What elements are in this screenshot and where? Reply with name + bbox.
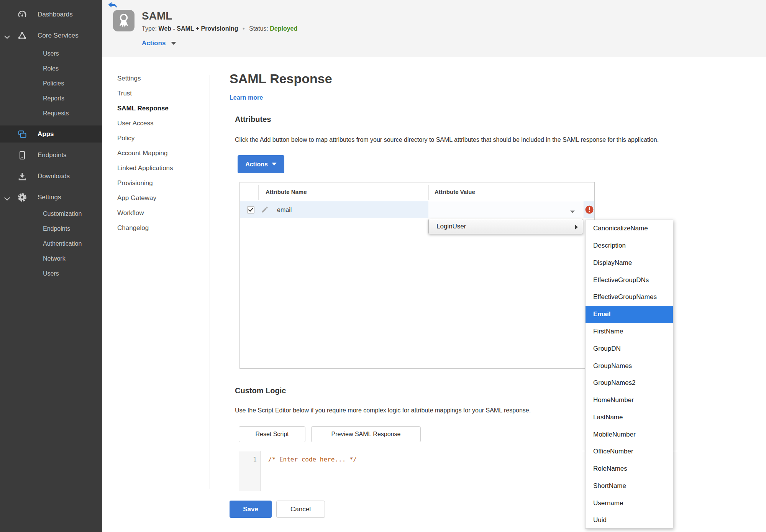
attributes-table: Attribute Name Attribute Value email bbox=[239, 182, 595, 369]
custom-logic-description: Use the Script Editor below if you requi… bbox=[235, 407, 531, 414]
menu-item-rolenames[interactable]: RoleNames bbox=[586, 460, 673, 478]
tab-settings[interactable]: Settings bbox=[117, 71, 205, 86]
type-value: Web - SAML + Provisioning bbox=[159, 25, 238, 32]
tab-trust[interactable]: Trust bbox=[117, 86, 205, 101]
tab-saml-response[interactable]: SAML Response bbox=[117, 101, 205, 116]
sidebar-item-label: Endpoints bbox=[38, 151, 67, 159]
attribute-name-cell: email bbox=[277, 201, 292, 218]
device-icon bbox=[17, 150, 27, 160]
type-label: Type: bbox=[142, 25, 157, 32]
tab-policy[interactable]: Policy bbox=[117, 131, 205, 146]
edit-pencil-icon[interactable] bbox=[261, 207, 268, 215]
header-actions-menu[interactable]: Actions bbox=[142, 39, 177, 47]
app-meta: Type: Web - SAML + Provisioning • Status… bbox=[142, 25, 297, 32]
menu-item-uuid[interactable]: Uuid bbox=[586, 512, 673, 529]
app-header: SAML Type: Web - SAML + Provisioning • S… bbox=[102, 0, 766, 57]
sidebar-item-settings[interactable]: Settings bbox=[0, 190, 102, 205]
sidebar-item-label: Settings bbox=[38, 194, 61, 201]
saml-app-icon bbox=[113, 10, 135, 31]
sidebar-item-users[interactable]: Users bbox=[0, 46, 102, 61]
menu-item-lastname[interactable]: LastName bbox=[586, 409, 673, 426]
sidebar-item-requests[interactable]: Requests bbox=[0, 106, 102, 121]
menu-item-groupnames[interactable]: GroupNames bbox=[586, 357, 673, 374]
download-icon bbox=[17, 171, 27, 181]
menu-item-homenumber[interactable]: HomeNumber bbox=[586, 392, 673, 409]
core-services-icon bbox=[17, 31, 27, 41]
column-header-attribute-name: Attribute Name bbox=[266, 182, 307, 201]
caret-down-icon bbox=[171, 41, 177, 45]
menu-item-officenumber[interactable]: OfficeNumber bbox=[586, 443, 673, 460]
back-arrow-icon[interactable] bbox=[108, 2, 118, 8]
sidebar-item-authentication[interactable]: Authentication bbox=[0, 236, 102, 251]
caret-down-icon bbox=[570, 208, 575, 215]
error-icon bbox=[585, 205, 594, 214]
menu-item-groupdn[interactable]: GroupDN bbox=[586, 340, 673, 357]
sidebar-item-settings-endpoints[interactable]: Endpoints bbox=[0, 222, 102, 236]
sidebar-item-label: Dashboards bbox=[38, 11, 73, 18]
apps-icon bbox=[17, 129, 27, 139]
row-checkbox[interactable] bbox=[247, 206, 254, 213]
save-button[interactable]: Save bbox=[230, 501, 272, 518]
menu-item-username[interactable]: Username bbox=[586, 494, 673, 512]
sidebar-item-roles[interactable]: Roles bbox=[0, 61, 102, 76]
menu-item-mobilenumber[interactable]: MobileNumber bbox=[586, 426, 673, 443]
sidebar-item-policies[interactable]: Policies bbox=[0, 76, 102, 91]
sidebar: Dashboards Core Services Users Roles Pol… bbox=[0, 0, 102, 532]
learn-more-link[interactable]: Learn more bbox=[230, 94, 263, 101]
tab-account-mapping[interactable]: Account Mapping bbox=[117, 146, 205, 161]
tab-provisioning[interactable]: Provisioning bbox=[117, 176, 205, 190]
column-divider bbox=[428, 185, 429, 200]
page-title: SAML bbox=[142, 10, 172, 22]
sidebar-item-label: Apps bbox=[38, 130, 54, 138]
sidebar-item-dashboards[interactable]: Dashboards bbox=[0, 7, 102, 22]
attribute-value-submenu: CanonicalizeName Description DisplayName… bbox=[585, 220, 673, 529]
tab-linked-applications[interactable]: Linked Applications bbox=[117, 161, 205, 176]
chevron-down-icon[interactable] bbox=[4, 195, 10, 202]
attribute-value-combobox[interactable] bbox=[428, 201, 584, 218]
attributes-actions-button[interactable]: Actions bbox=[238, 155, 284, 173]
preview-saml-response-button[interactable]: Preview SAML Response bbox=[311, 426, 421, 442]
sidebar-item-network[interactable]: Network bbox=[0, 251, 102, 266]
status-label: Status: bbox=[249, 25, 268, 32]
sidebar-item-core-services[interactable]: Core Services bbox=[0, 28, 102, 43]
editor-code[interactable]: /* Enter code here... */ bbox=[268, 456, 357, 463]
menu-item-shortname[interactable]: ShortName bbox=[586, 477, 673, 494]
menu-item-displayname[interactable]: DisplayName bbox=[586, 255, 673, 272]
menu-item-email[interactable]: Email bbox=[586, 306, 673, 323]
tab-workflow[interactable]: Workflow bbox=[117, 205, 205, 220]
sidebar-item-label: Downloads bbox=[38, 172, 70, 180]
attributes-description: Click the Add button below to map attrib… bbox=[235, 136, 659, 143]
cancel-button[interactable]: Cancel bbox=[276, 501, 325, 518]
menu-item-groupnames2[interactable]: GroupNames2 bbox=[586, 374, 673, 392]
column-header-attribute-value: Attribute Value bbox=[435, 182, 475, 201]
line-number: 1 bbox=[253, 456, 257, 463]
section-title: SAML Response bbox=[230, 71, 332, 86]
sidebar-item-endpoints[interactable]: Endpoints bbox=[0, 148, 102, 163]
gear-icon bbox=[17, 192, 27, 202]
reset-script-button[interactable]: Reset Script bbox=[239, 426, 305, 442]
checkmark-icon bbox=[248, 208, 253, 212]
sidebar-item-apps[interactable]: Apps bbox=[0, 125, 102, 143]
tab-app-gateway[interactable]: App Gateway bbox=[117, 190, 205, 205]
table-row[interactable]: email bbox=[240, 201, 594, 218]
meta-separator: • bbox=[243, 25, 245, 32]
sidebar-item-customization[interactable]: Customization bbox=[0, 207, 102, 221]
custom-logic-heading: Custom Logic bbox=[235, 386, 286, 395]
tab-user-access[interactable]: User Access bbox=[117, 116, 205, 131]
chevron-down-icon[interactable] bbox=[4, 34, 10, 41]
sidebar-item-downloads[interactable]: Downloads bbox=[0, 169, 102, 184]
menu-item-effectivegroupdns[interactable]: EffectiveGroupDNs bbox=[586, 271, 673, 289]
menu-item-canonicalizename[interactable]: CanonicalizeName bbox=[586, 220, 673, 237]
sidebar-item-settings-users[interactable]: Users bbox=[0, 266, 102, 281]
gauge-icon bbox=[17, 10, 27, 20]
status-badge: Deployed bbox=[270, 25, 297, 32]
value-menu-loginuser[interactable]: LoginUser bbox=[428, 219, 583, 234]
caret-down-icon bbox=[272, 163, 277, 166]
subnav-divider bbox=[210, 75, 210, 489]
sidebar-item-label: Core Services bbox=[38, 32, 79, 39]
menu-item-effectivegroupnames[interactable]: EffectiveGroupNames bbox=[586, 289, 673, 306]
sidebar-item-reports[interactable]: Reports bbox=[0, 91, 102, 106]
menu-item-firstname[interactable]: FirstName bbox=[586, 323, 673, 340]
menu-item-description[interactable]: Description bbox=[586, 237, 673, 255]
tab-changelog[interactable]: Changelog bbox=[117, 220, 205, 235]
